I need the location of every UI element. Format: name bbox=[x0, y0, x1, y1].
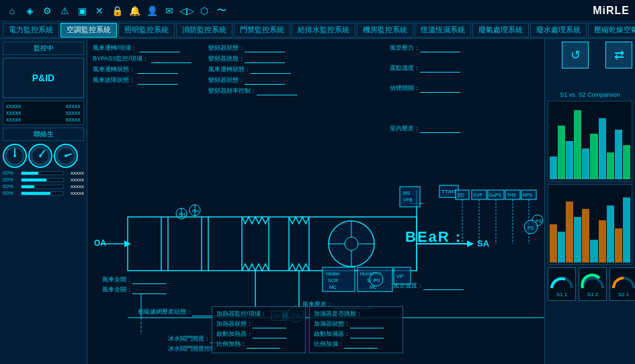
tab-lighting[interactable]: 照明監控系統 bbox=[118, 23, 175, 38]
bar-row-3: 00% xxxxx bbox=[3, 183, 84, 189]
chart-s1 bbox=[548, 101, 632, 181]
humidifier-info-box: 加濕器是否跳脫： 加濕器狀態： 啟動加濕器： 比例加濕： bbox=[309, 306, 403, 353]
share-icon[interactable]: ◁▷ bbox=[180, 4, 194, 17]
svg-text:RPS: RPS bbox=[523, 193, 533, 197]
svg-text:VP: VP bbox=[396, 273, 404, 279]
small-display: xxxxxxxxxx xxxxxxxxxx xxxxxxxxxx bbox=[3, 101, 84, 125]
bar-row-1: 00% xxxxx bbox=[3, 170, 84, 176]
lock-icon[interactable]: 🔒 bbox=[110, 4, 124, 17]
svg-text:VFB: VFB bbox=[403, 197, 413, 202]
topbar: ⌂ ◈ ⚙ ⚠ ▣ ✕ 🔒 🔔 👤 ✉ ◁▷ ⬡ 〜 MiRLE bbox=[0, 0, 635, 21]
svg-text:SD: SD bbox=[458, 193, 464, 197]
svg-point-1 bbox=[13, 154, 16, 157]
svg-text:SVP: SVP bbox=[473, 193, 482, 197]
mail-icon[interactable]: ✉ bbox=[163, 4, 176, 17]
tab-compressed-air[interactable]: 壓縮乾燥空氣系統 bbox=[588, 23, 635, 38]
chart-bars-s1 bbox=[550, 103, 630, 179]
display-row-3: xxxxxxxxxx bbox=[6, 116, 81, 123]
center-diagram: 風車運轉/現場： BYPASS監控/現場： 風車運轉狀態： 風車故障狀態： bbox=[87, 39, 544, 364]
close-icon[interactable]: ✕ bbox=[93, 4, 106, 17]
logo: MiRLE bbox=[593, 5, 630, 17]
svg-text:PS: PS bbox=[374, 278, 380, 283]
tab-exhaust[interactable]: 廢氣處理系統 bbox=[472, 23, 529, 38]
home-icon[interactable]: ⌂ bbox=[5, 4, 19, 17]
alert-icon[interactable]: ⚠ bbox=[58, 4, 71, 17]
tab-machine[interactable]: 機房監控系統 bbox=[357, 23, 413, 38]
layers-icon[interactable]: ◈ bbox=[23, 4, 36, 17]
wave-icon[interactable]: 〜 bbox=[215, 4, 228, 17]
refresh-button[interactable]: ↺ bbox=[562, 42, 589, 69]
gauge-s1-2: S1 2 bbox=[579, 267, 607, 301]
gauge-1 bbox=[3, 144, 27, 168]
tab-power[interactable]: 電力監控系統 bbox=[3, 23, 59, 38]
display-row-2: xxxxxxxxxx bbox=[6, 109, 81, 116]
display-icon[interactable]: ▣ bbox=[75, 4, 89, 17]
bar-row-4: 00% xxxxx bbox=[3, 190, 84, 196]
left-panel: 監控中 P&ID xxxxxxxxxx xxxxxxxxxx xxxxxxxxx… bbox=[0, 39, 87, 364]
main-content: 監控中 P&ID xxxxxxxxxx xxxxxxxxxx xxxxxxxxx… bbox=[0, 39, 635, 364]
gauge-s2-1: S2 1 bbox=[609, 267, 635, 301]
network-icon[interactable]: ⬡ bbox=[198, 4, 211, 17]
bar-row-2: 00% xxxxx bbox=[3, 177, 84, 183]
gear-icon[interactable]: ⚙ bbox=[40, 4, 54, 17]
right-panel: ↺ ⇄ S1 vs. S2 Comparison bbox=[544, 39, 635, 364]
svg-text:PS: PS bbox=[527, 226, 534, 230]
comparison-label: S1 vs. S2 Comparison bbox=[548, 91, 632, 98]
svg-text:OA: OA bbox=[94, 238, 106, 248]
navtabs: 電力監控系統 空調監控系統 照明監控系統 消防監控系統 門禁監控系統 給排水監控… bbox=[0, 21, 635, 39]
svg-text:SCR: SCR bbox=[328, 278, 338, 283]
pid-display: P&ID bbox=[3, 58, 84, 98]
tab-fire[interactable]: 消防監控系統 bbox=[176, 23, 232, 38]
svg-text:THS: THS bbox=[507, 193, 516, 197]
svg-text:PH: PH bbox=[179, 212, 185, 217]
svg-rect-30 bbox=[400, 187, 420, 207]
tab-water[interactable]: 給排水監控系統 bbox=[292, 23, 355, 38]
bar-group: 00% xxxxx 00% xxxxx 00% xxxxx 00% xxxxx bbox=[3, 170, 84, 196]
left-subpanel: 聯絡生 bbox=[3, 128, 84, 141]
bell-icon[interactable]: 🔔 bbox=[128, 4, 141, 17]
gauge-row bbox=[3, 144, 84, 168]
svg-text:MS: MS bbox=[403, 191, 411, 195]
tab-access[interactable]: 門禁監控系統 bbox=[234, 23, 290, 38]
chart-s2 bbox=[548, 184, 632, 265]
svg-text:TT/HT: TT/HT bbox=[441, 189, 457, 195]
svg-text:PH: PH bbox=[192, 209, 199, 214]
gauge-3 bbox=[54, 144, 78, 168]
topbar-icons: ⌂ ◈ ⚙ ⚠ ▣ ✕ 🔒 🔔 👤 ✉ ◁▷ ⬡ 〜 bbox=[5, 4, 228, 17]
svg-marker-26 bbox=[467, 240, 474, 247]
svg-text:Heater: Heater bbox=[326, 271, 341, 276]
tab-temp-humid[interactable]: 恆溫恆濕系統 bbox=[415, 23, 471, 38]
left-panel-title: 監控中 bbox=[3, 42, 84, 55]
tab-hvac[interactable]: 空調監控系統 bbox=[60, 23, 117, 38]
right-gauges: S1 1 S1 2 S2 1 bbox=[548, 267, 632, 301]
svg-text:DuPS: DuPS bbox=[489, 193, 502, 197]
chart-bars-s2 bbox=[550, 186, 630, 263]
gauge-2 bbox=[28, 144, 52, 168]
sync-button[interactable]: ⇄ bbox=[605, 42, 632, 69]
svg-point-5 bbox=[65, 154, 67, 157]
display-row-1: xxxxxxxxxx bbox=[6, 103, 81, 109]
tab-wastewater[interactable]: 廢水處理系統 bbox=[530, 23, 587, 38]
gauge-s1-1: S1 1 bbox=[548, 267, 576, 301]
fan-open-close: 風車全開： 風車全關： bbox=[102, 275, 166, 295]
user-icon[interactable]: 👤 bbox=[145, 4, 159, 17]
svg-point-3 bbox=[39, 154, 42, 157]
svg-text:MC: MC bbox=[329, 285, 337, 289]
heater-info-box: 加熱器監控/現場： 加熱器狀態： 啟動加熱器： 比例加熱： bbox=[212, 306, 306, 353]
